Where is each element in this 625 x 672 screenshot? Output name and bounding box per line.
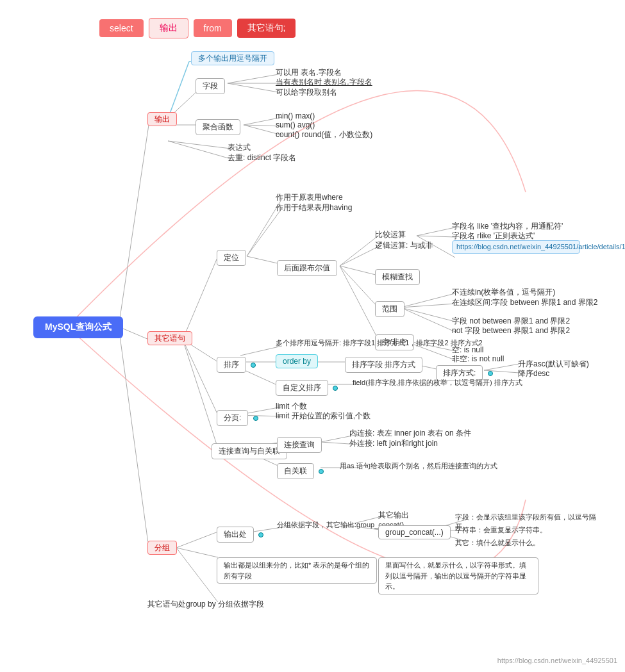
svg-line-33 xyxy=(401,307,455,332)
limitwei-label: limit 开始位置的索引值,个数 xyxy=(276,411,371,422)
mohu-label: 模糊查找 xyxy=(375,269,420,285)
jiangxu-node: 降序desc xyxy=(518,368,549,379)
wailianjie-node: 外连接: left join和right join xyxy=(349,438,438,449)
svg-line-20 xyxy=(247,208,282,256)
notbetween2-node: not 字段 between 界限1 and 界限2 xyxy=(452,325,570,336)
lianjiecha-node: 连接查询 xyxy=(277,437,322,453)
svg-line-28 xyxy=(417,236,455,237)
limianzhi-label: 里面写什么，就显示什么，以字符串形式。填列以逗号隔开，输出的以逗号隔开的字符串显… xyxy=(378,557,538,594)
svg-line-32 xyxy=(401,307,455,322)
svg-line-52 xyxy=(176,548,218,557)
qita2-node: 其它：填什么就显示什么。 xyxy=(455,538,540,548)
link-node[interactable]: https://blog.csdn.net/weixin_44925501/ar… xyxy=(452,240,580,254)
duopai-node: 多个排序用逗号隔开: 排序字段1 排序方式1，排序字段2 排序方式2 xyxy=(276,338,483,348)
ziguanlian-label: 自关联 xyxy=(277,463,314,479)
zifu-node: 字符串：会重复显示字符串。 xyxy=(455,525,547,535)
juhefunc-label: 聚合函数 xyxy=(196,119,240,135)
lianjiecha-label: 连接查询 xyxy=(277,437,322,453)
wailianjie-label: 外连接: left join和right join xyxy=(349,438,438,449)
fenye-node: 分页: xyxy=(217,410,258,426)
svg-line-53 xyxy=(176,548,218,602)
bulianxu-label: 不连续in(枚举各值，逗号隔开) xyxy=(452,287,555,298)
lianjie-label: 连接查询与自关联 xyxy=(212,443,287,459)
paixu-field-label: 排序字段 排序方式 xyxy=(345,357,422,373)
qita-shuchu-node: 其它输出 xyxy=(378,510,409,521)
ziguanlian-desc-label: 用as 语句给表取两个别名，然后用连接查询的方式 xyxy=(340,461,497,471)
other-button[interactable]: 其它语句; xyxy=(237,19,296,38)
page-container: select 输出 from 其它语句; xyxy=(0,0,625,672)
feikong-label: 非空: is not null xyxy=(452,354,504,365)
groupconcat-label: group_concat(...) xyxy=(378,525,451,539)
svg-line-25 xyxy=(340,266,378,307)
ziduan-label: 字段 xyxy=(196,78,225,94)
fenzu-label: 分组 xyxy=(147,541,177,555)
limianzhi-node: 里面写什么，就显示什么，以字符串形式。填列以逗号隔开，输出的以逗号隔开的字符串显… xyxy=(378,557,538,594)
svg-line-22 xyxy=(340,236,378,266)
houmian-label: 后面跟布尔值 xyxy=(277,260,337,276)
orderby-node: order by xyxy=(276,357,318,366)
countround-node: count() round(值，小数位数) xyxy=(276,129,372,140)
zidingyi-node: 自定义排序 xyxy=(276,380,338,396)
svg-line-8 xyxy=(228,83,282,93)
from-button[interactable]: from xyxy=(194,19,232,37)
biaodashi-node: 表达式 xyxy=(228,142,251,153)
fanwei-label: 范围 xyxy=(375,301,404,317)
mohu-node: 模糊查找 xyxy=(375,269,420,285)
zuoyong2-node: 作用于结果表用having xyxy=(276,202,352,213)
countround-label: count() round(值，小数位数) xyxy=(276,129,372,140)
svg-line-6 xyxy=(228,74,282,83)
limitwei-node: limit 开始位置的索引值,个数 xyxy=(276,411,371,422)
zuoyong2-label: 作用于结果表用having xyxy=(276,202,352,213)
shuchu-label: 输出 xyxy=(147,112,177,126)
quebiemingnode: 可以给字段取别名 xyxy=(276,87,337,98)
quchong-node: 去重: distinct 字段名 xyxy=(228,152,296,163)
biaodashi-label: 表达式 xyxy=(228,142,251,153)
link-label[interactable]: https://blog.csdn.net/weixin_44925501/ar… xyxy=(452,240,580,254)
qita-label: 其它语句 xyxy=(147,331,192,345)
shuchu2-node: 输出处 xyxy=(217,527,263,543)
quchong-label: 去重: distinct 字段名 xyxy=(228,152,296,163)
output-button[interactable]: 输出 xyxy=(149,18,188,38)
dingwei-label: 定位 xyxy=(217,250,246,266)
watermark: https://blog.csdn.net/weixin_44925501 xyxy=(497,657,617,664)
qita-juzi-node: 其它语句处group by 分组依据字段 xyxy=(147,599,264,610)
svg-line-23 xyxy=(340,247,378,266)
dangbieming-node: 当有表别名时 表别名.字段名 xyxy=(276,77,372,88)
fanwei-node: 范围 xyxy=(375,301,404,317)
svg-line-26 xyxy=(340,266,378,340)
qita2-label: 其它：填什么就显示什么。 xyxy=(455,538,540,548)
groupconcat-node: group_concat(...) xyxy=(378,525,451,539)
zuoyong-label: 作用于原表用where xyxy=(276,192,343,203)
dangbieming-label: 当有表别名时 表别名.字段名 xyxy=(276,77,372,88)
minmax-label: min() max() xyxy=(276,111,315,120)
bijiao-label: 比较运算 xyxy=(375,229,406,240)
qita-shuchu-label: 其它输出 xyxy=(378,510,409,521)
notbetween2-label: not 字段 between 界限1 and 界限2 xyxy=(452,325,570,336)
svg-line-2 xyxy=(119,327,149,548)
qita-juzi-label: 其它语句处group by 分组依据字段 xyxy=(147,599,264,610)
shuchu2-note-node: 输出都是以组来分的，比如* 表示的是每个组的所有字段 xyxy=(217,557,377,584)
svg-line-13 xyxy=(168,141,231,149)
ziduan-node: 字段 xyxy=(196,78,225,94)
svg-line-31 xyxy=(401,304,455,307)
svg-line-14 xyxy=(168,141,231,159)
svg-line-30 xyxy=(401,293,455,307)
fenzu-node: 分组 xyxy=(147,543,177,553)
luoji-label: 逻辑运算: 与或非 xyxy=(375,240,433,251)
qubieming-label: 可以给字段取别名 xyxy=(276,87,337,98)
luoji-node: 逻辑运算: 与或非 xyxy=(375,240,433,251)
paixu-field-node: 排序字段 排序方式 xyxy=(345,357,422,373)
svg-line-24 xyxy=(340,266,378,275)
duopai-label: 多个排序用逗号隔开: 排序字段1 排序方式1，排序字段2 排序方式2 xyxy=(276,338,483,348)
select-button[interactable]: select xyxy=(99,19,144,37)
lianxu-label: 在连续区间:字段 between 界限1 and 界限2 xyxy=(452,297,597,308)
root-label: MySQL查询公式 xyxy=(33,316,123,338)
paixu-node: 排序 xyxy=(217,357,256,373)
minmax-node: min() max() xyxy=(276,111,315,120)
duoge-shuchu-label: 多个输出用逗号隔开 xyxy=(191,51,274,65)
bulianxu-node: 不连续in(枚举各值，逗号隔开) xyxy=(452,287,555,298)
shuchu-node: 输出 xyxy=(147,114,177,125)
svg-line-17 xyxy=(183,340,218,415)
ziguanlian-desc-node: 用as 语句给表取两个别名，然后用连接查询的方式 xyxy=(340,461,497,471)
paixu-label: 排序 xyxy=(217,357,246,373)
